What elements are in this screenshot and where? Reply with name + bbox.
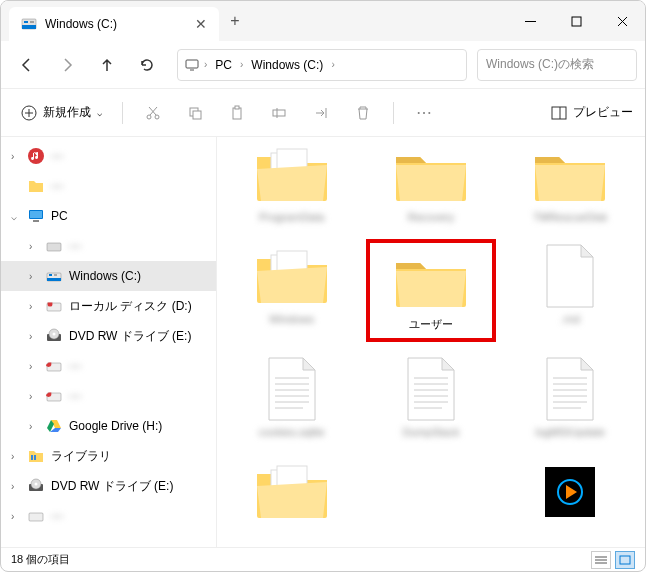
file-label: logMSIUpdate <box>535 426 605 438</box>
svg-rect-5 <box>572 17 581 26</box>
file-item[interactable] <box>506 454 635 534</box>
tree-item-local-disk-d[interactable]: ›ローカル ディスク (D:) <box>1 291 216 321</box>
svg-rect-45 <box>29 513 43 521</box>
close-tab-icon[interactable]: ✕ <box>195 16 207 32</box>
chevron-right-icon[interactable]: › <box>329 59 336 70</box>
tree-item[interactable]: ›— <box>1 501 216 531</box>
file-item[interactable]: Windows <box>227 239 356 342</box>
svg-rect-29 <box>47 243 61 251</box>
copy-icon <box>187 105 203 121</box>
breadcrumb[interactable]: › PC › Windows (C:) › <box>177 49 467 81</box>
status-bar: 18 個の項目 <box>1 547 645 571</box>
up-button[interactable] <box>89 47 125 83</box>
shield-drive-icon <box>27 507 45 525</box>
dvd-drive-icon <box>27 477 45 495</box>
dvd-drive-icon <box>45 327 63 345</box>
tree-item-pc[interactable]: ⌵PC <box>1 201 216 231</box>
close-button[interactable] <box>599 5 645 37</box>
svg-rect-32 <box>49 274 52 276</box>
file-item[interactable]: DumpStack <box>366 352 495 444</box>
new-tab-button[interactable]: + <box>219 12 251 30</box>
rename-button[interactable] <box>261 95 297 131</box>
tree-item-libraries[interactable]: ›ライブラリ <box>1 441 216 471</box>
tree-item-dvd-drive[interactable]: ›DVD RW ドライブ (E:) <box>1 471 216 501</box>
file-grid[interactable]: ProgramDataRecoveryTMRescueDiskWindowsユー… <box>217 137 645 547</box>
pc-icon <box>27 207 45 225</box>
shield-drive-icon <box>45 387 63 405</box>
list-icon <box>595 555 607 565</box>
tree-item-dvd-drive-e[interactable]: ›DVD RW ドライブ (E:) <box>1 321 216 351</box>
file-item[interactable]: ProgramData <box>227 137 356 229</box>
file-icon <box>531 245 609 309</box>
forward-button[interactable] <box>49 47 85 83</box>
svg-rect-2 <box>24 21 28 23</box>
back-button[interactable] <box>9 47 45 83</box>
svg-rect-19 <box>233 108 241 119</box>
music-icon <box>27 147 45 165</box>
preview-icon <box>551 106 567 120</box>
copy-button[interactable] <box>177 95 213 131</box>
paste-button[interactable] <box>219 95 255 131</box>
file-label: cookies.sqlite <box>259 426 325 438</box>
details-view-button[interactable] <box>591 551 611 569</box>
breadcrumb-drive[interactable]: Windows (C:) <box>247 56 327 74</box>
file-item[interactable]: cookies.sqlite <box>227 352 356 444</box>
search-input[interactable]: Windows (C:)の検索 <box>477 49 637 81</box>
plus-circle-icon <box>21 105 37 121</box>
minimize-button[interactable] <box>507 5 553 37</box>
delete-button[interactable] <box>345 95 381 131</box>
file-item[interactable]: .rnd <box>506 239 635 342</box>
preview-button[interactable]: プレビュー <box>551 104 633 121</box>
chevron-right-icon[interactable]: › <box>238 59 245 70</box>
svg-rect-23 <box>552 107 566 119</box>
chevron-right-icon: › <box>29 271 39 282</box>
tree-item[interactable]: ›— <box>1 351 216 381</box>
file-label: .rnd <box>561 313 580 325</box>
chevron-right-icon: › <box>29 301 39 312</box>
new-button[interactable]: 新規作成 ⌵ <box>13 100 110 125</box>
file-item[interactable]: logMSIUpdate <box>506 352 635 444</box>
svg-rect-3 <box>30 21 34 23</box>
monitor-icon <box>184 57 200 73</box>
file-item[interactable] <box>227 454 356 534</box>
file-item[interactable]: TMRescueDisk <box>506 137 635 229</box>
file-label: TMRescueDisk <box>533 211 608 223</box>
folder-icon <box>531 143 609 207</box>
drive-icon <box>21 16 37 32</box>
tree-item[interactable]: — <box>1 171 216 201</box>
navigation-tree[interactable]: ›— — ⌵PC ›— ›Windows (C:) ›ローカル ディスク (D:… <box>1 137 217 547</box>
tree-item[interactable]: ›— <box>1 231 216 261</box>
tab-title: Windows (C:) <box>45 17 187 31</box>
folder-icon <box>27 177 45 195</box>
file-item[interactable]: Recovery <box>366 137 495 229</box>
google-drive-icon <box>45 417 63 435</box>
chevron-down-icon: ⌵ <box>11 211 21 222</box>
textfile-icon <box>531 358 609 422</box>
svg-rect-27 <box>30 211 42 218</box>
breadcrumb-pc[interactable]: PC <box>211 56 236 74</box>
file-item[interactable]: ユーザー <box>366 239 495 342</box>
refresh-button[interactable] <box>129 47 165 83</box>
more-button[interactable]: ⋯ <box>406 95 442 131</box>
shield-drive-icon <box>45 357 63 375</box>
chevron-right-icon[interactable]: › <box>202 59 209 70</box>
shield-drive-icon <box>45 297 63 315</box>
icons-view-button[interactable] <box>615 551 635 569</box>
maximize-button[interactable] <box>553 5 599 37</box>
chevron-right-icon: › <box>29 331 39 342</box>
tree-item-windows-c[interactable]: ›Windows (C:) <box>1 261 216 291</box>
chevron-right-icon: › <box>29 361 39 372</box>
svg-rect-40 <box>31 455 33 460</box>
svg-rect-41 <box>34 455 36 460</box>
browser-tab[interactable]: Windows (C:) ✕ <box>9 7 219 41</box>
ellipsis-icon: ⋯ <box>416 103 432 122</box>
tree-item-google-drive[interactable]: ›Google Drive (H:) <box>1 411 216 441</box>
cut-button[interactable] <box>135 95 171 131</box>
svg-point-44 <box>35 483 38 486</box>
tree-item[interactable]: ›— <box>1 141 216 171</box>
navigation-bar: › PC › Windows (C:) › Windows (C:)の検索 <box>1 41 645 89</box>
svg-rect-8 <box>186 60 198 68</box>
share-button[interactable] <box>303 95 339 131</box>
tree-item[interactable]: ›— <box>1 381 216 411</box>
folder-docs-icon <box>253 143 331 207</box>
